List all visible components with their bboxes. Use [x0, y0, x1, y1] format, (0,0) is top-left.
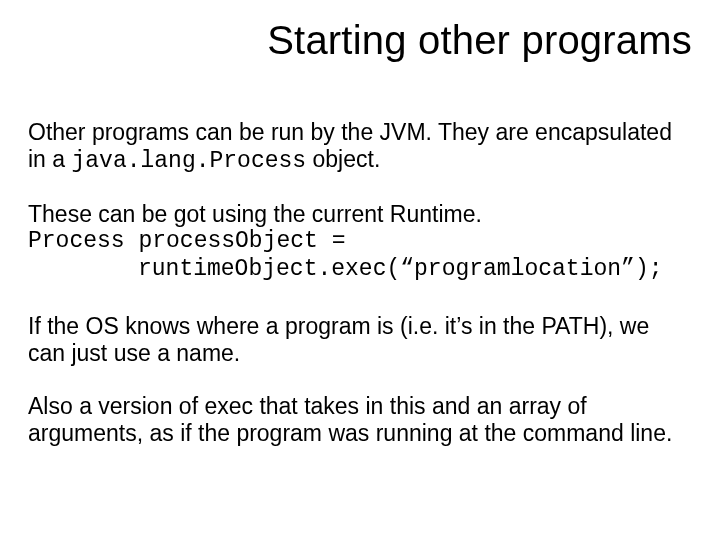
slide-title: Starting other programs — [28, 18, 692, 63]
paragraph-intro: Other programs can be run by the JVM. Th… — [28, 119, 692, 175]
paragraph-runtime: These can be got using the current Runti… — [28, 201, 692, 228]
runtime-block: These can be got using the current Runti… — [28, 201, 692, 282]
paragraph-path: If the OS knows where a program is (i.e.… — [28, 313, 692, 367]
paragraph-args: Also a version of exec that takes in thi… — [28, 393, 692, 447]
code-snippet: Process processObject = runtimeObject.ex… — [28, 228, 692, 282]
code-line-1: Process processObject = — [28, 228, 345, 254]
inline-code-class: java.lang.Process — [71, 148, 306, 174]
paragraph-intro-post: object. — [306, 146, 380, 172]
slide: Starting other programs Other programs c… — [0, 0, 720, 540]
code-line-2: runtimeObject.exec(“programlocation”); — [28, 256, 692, 283]
